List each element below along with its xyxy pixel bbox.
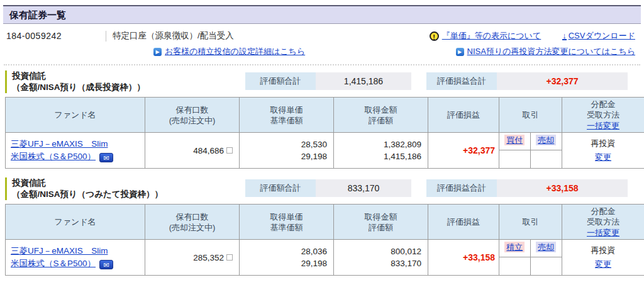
units-cell: 484,686 — [145, 133, 240, 169]
tsumitate-link[interactable]: 積立 — [504, 242, 525, 252]
fund-link-line1[interactable]: 三菱UFJ－eMAXIS Slim — [11, 139, 108, 149]
warning-icon: ! — [430, 31, 439, 41]
trade-cell: 買付 売却 — [499, 133, 562, 169]
section-subcategory-label: （金額/NISA預り（つみたて投資枠）） — [12, 189, 163, 200]
distribution-method: 再投資 — [591, 138, 616, 148]
csv-download-link[interactable]: CSVダウンロード — [569, 30, 635, 42]
pl-cell: +33,158 — [428, 240, 499, 276]
col-header-pl: 評価損益 — [428, 98, 499, 133]
fund-name-cell: 三菱UFJ－eMAXIS Slim 米国株式（S＆P500）✉ — [6, 133, 145, 169]
fund-link-line1[interactable]: 三菱UFJ－eMAXIS Slim — [11, 246, 108, 256]
holdings-table-growth: ファンド名 保有口数 (売却注文中) 取得単価 基準価額 取得金額 評価額 評価… — [5, 97, 644, 169]
mail-icon[interactable]: ✉ — [99, 260, 113, 269]
fund-row: 三菱UFJ－eMAXIS Slim 米国株式（S＆P500）✉ 484,686 … — [6, 133, 644, 169]
page-title: 保有証券一覧 — [3, 5, 641, 24]
total-pl-label: 評価損益合計 — [426, 179, 497, 197]
price-cell: 28,530 29,198 — [240, 133, 334, 169]
distribution-method: 再投資 — [591, 245, 616, 255]
trade-cell: 積立 売却 — [499, 240, 562, 276]
dotted-separator — [4, 64, 640, 65]
total-pl: +33,158 — [497, 179, 628, 197]
sell-link[interactable]: 売却 — [536, 242, 556, 252]
divider — [106, 31, 106, 42]
pl-cell: +32,377 — [428, 133, 499, 169]
fund-name-cell: 三菱UFJ－eMAXIS Slim 米国株式（S＆P500）✉ — [6, 240, 145, 276]
fund-link-line2[interactable]: 米国株式（S＆P500） — [11, 152, 96, 161]
buy-link[interactable]: 買付 — [504, 135, 525, 145]
distribution-cell: 再投資 変更 — [562, 240, 644, 276]
fund-link-line2[interactable]: 米国株式（S＆P500） — [11, 259, 96, 268]
sell-link[interactable]: 売却 — [536, 135, 556, 145]
col-header-pl: 評価損益 — [428, 205, 499, 240]
account-row: 184-0059242 特定口座（源泉徴収）/配当受入 ! 『単価』等の表示につ… — [6, 29, 635, 43]
mail-icon[interactable]: ✉ — [99, 153, 113, 162]
distribution-change-link[interactable]: 変更 — [595, 259, 611, 269]
bulk-change-link[interactable]: 一括変更 — [587, 228, 619, 237]
col-header-price: 取得単価 基準価額 — [240, 205, 334, 240]
holdings-page: 保有証券一覧 184-0059242 特定口座（源泉徴収）/配当受入 ! 『単価… — [0, 0, 644, 276]
amount-cell: 800,012 833,170 — [334, 240, 428, 276]
col-header-fund-name: ファンド名 — [6, 205, 145, 240]
section-summary: 評価額合計 833,170 評価損益合計 +33,158 — [245, 179, 628, 197]
sell-order-checkbox[interactable] — [226, 147, 233, 154]
holdings-table-tsumitate: ファンド名 保有口数 (売却注文中) 取得単価 基準価額 取得金額 評価額 評価… — [5, 204, 644, 276]
section-category-label: 投資信託 — [12, 177, 163, 189]
account-number: 184-0059242 — [6, 31, 106, 41]
account-type: 特定口座（源泉徴収）/配当受入 — [113, 30, 234, 42]
arrow-right-icon: ▶ — [456, 48, 464, 56]
total-value-label: 評価額合計 — [245, 179, 316, 197]
col-header-price: 取得単価 基準価額 — [240, 98, 334, 133]
section-summary: 評価額合計 1,415,186 評価損益合計 +32,377 — [245, 72, 628, 90]
col-header-amount: 取得金額 評価額 — [334, 98, 428, 133]
section-category-label: 投資信託 — [12, 70, 145, 82]
col-header-units: 保有口数 (売却注文中) — [145, 205, 240, 240]
total-pl-label: 評価損益合計 — [426, 72, 497, 90]
distribution-change-link[interactable]: 変更 — [595, 152, 611, 162]
price-display-link[interactable]: 『単価』等の表示について — [442, 30, 541, 42]
section-category: 投資信託 （金額/NISA預り（成長投資枠）） — [5, 70, 245, 93]
col-header-distribution: 分配金 受取方法 一括変更 — [562, 98, 644, 133]
table-header-row: ファンド名 保有口数 (売却注文中) 取得単価 基準価額 取得金額 評価額 評価… — [6, 205, 644, 240]
arrow-right-icon: ▶ — [153, 48, 162, 56]
section-tsumitate-header: 投資信託 （金額/NISA預り（つみたて投資枠）） 評価額合計 833,170 … — [5, 177, 638, 200]
price-cell: 28,036 29,198 — [240, 240, 334, 276]
total-value: 1,415,186 — [316, 72, 411, 90]
total-pl: +32,377 — [497, 72, 628, 90]
col-header-amount: 取得金額 評価額 — [334, 205, 428, 240]
distribution-cell: 再投資 変更 — [562, 133, 644, 169]
col-header-distribution: 分配金 受取方法 一括変更 — [562, 205, 644, 240]
secondary-links-row: ▶ お客様の積立投信の設定詳細はこちら ▶ NISA預りの再投資方法変更について… — [6, 45, 635, 58]
section-accent-bar — [5, 70, 7, 93]
nisa-reinvest-link[interactable]: NISA預りの再投資方法変更についてはこちら — [467, 46, 635, 57]
section-accent-bar — [5, 177, 7, 200]
fund-row: 三菱UFJ－eMAXIS Slim 米国株式（S＆P500）✉ 285,352 … — [6, 240, 644, 276]
section-category: 投資信託 （金額/NISA預り（つみたて投資枠）） — [5, 177, 245, 200]
bulk-change-link[interactable]: 一括変更 — [587, 121, 619, 130]
col-header-units: 保有口数 (売却注文中) — [145, 98, 240, 133]
sell-order-checkbox[interactable] — [226, 254, 233, 261]
amount-cell: 1,382,809 1,415,186 — [334, 133, 428, 169]
col-header-fund-name: ファンド名 — [6, 98, 145, 133]
col-header-trade: 取引 — [499, 98, 562, 133]
section-subcategory-label: （金額/NISA預り（成長投資枠）） — [12, 82, 145, 93]
units-cell: 285,352 — [145, 240, 240, 276]
download-icon: ↓ — [562, 32, 567, 40]
total-value-label: 評価額合計 — [245, 72, 316, 90]
tsumitate-settings-link[interactable]: お客様の積立投信の設定詳細はこちら — [165, 46, 305, 57]
section-growth-header: 投資信託 （金額/NISA預り（成長投資枠）） 評価額合計 1,415,186 … — [5, 70, 638, 93]
col-header-trade: 取引 — [499, 205, 562, 240]
total-value: 833,170 — [316, 179, 411, 197]
table-header-row: ファンド名 保有口数 (売却注文中) 取得単価 基準価額 取得金額 評価額 評価… — [6, 98, 644, 133]
